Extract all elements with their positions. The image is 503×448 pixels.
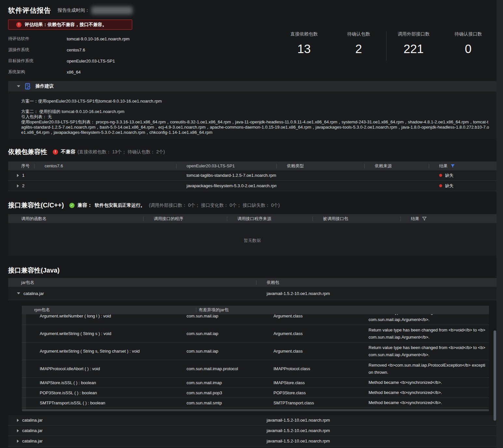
filter-icon[interactable]	[451, 164, 455, 168]
info-value: openEuler20.03-LTS-SP1	[67, 59, 115, 63]
jar-row[interactable]: catalina.jar geronimo-ejb-1.0-1.oe1.noar…	[8, 446, 496, 448]
diff-row: POP3Store.isSSL ( ) : boolean com.sun.ma…	[22, 388, 489, 398]
info-row: 系统架构 x86_64	[8, 66, 496, 77]
column-header-result: 结果	[429, 163, 496, 169]
summary-stats: 直接依赖包数 13 待确认包数 2 调用外部接口数 221 待确认接口数 0	[277, 31, 496, 61]
info-value: centos7.6	[67, 48, 85, 52]
column-header: rpm包名	[22, 307, 196, 313]
jar-name: catalina.jar	[23, 291, 44, 296]
info-label: 待评估软件	[8, 36, 67, 42]
stat-value: 2	[331, 42, 386, 56]
stat-pending-interface-count: 待确认接口数 0	[441, 31, 496, 61]
class-name: Argument.class	[272, 314, 366, 318]
expand-caret-icon[interactable]	[17, 184, 19, 188]
package-name: com.sun.mail.iap	[185, 314, 272, 318]
cpp-status-note: (调用外部接口数： 0个； 接口变化数： 0个； 接口缺失数： 0个)	[149, 203, 280, 208]
jar-row[interactable]: catalina.jar javamail-1.5.2-10.oe1.noarc…	[8, 426, 496, 436]
software-assessment-report-page: 软件评估报告 报告生成时间： ! 评估结果：依赖包不兼容，接口不兼容。 待评估软…	[0, 0, 503, 448]
column-header: centos7.6	[34, 163, 176, 168]
cpp-status: 兼容：	[77, 202, 92, 208]
openeuler-package: tomcat-taglibs-standard-1.2.5-7.oe1.noar…	[176, 173, 276, 178]
advice-plan-2: 方案二： 使用扫描的 tomcat-9.0.10-16.oe1.noarch.r…	[21, 109, 490, 114]
stat-direct-dependency-count: 直接依赖包数 13	[277, 31, 331, 61]
function-signature: IMAPProtocol.idleAbort ( ) : void	[22, 366, 185, 371]
row-index: 1	[22, 173, 24, 178]
result-cell: 缺失	[429, 183, 496, 189]
fixed-column-shadow	[22, 314, 26, 409]
diff-row: IMAPProtocol.idleAbort ( ) : void com.su…	[22, 360, 489, 378]
filter-icon[interactable]	[422, 217, 426, 221]
diff-row: Argument.writeString ( String s, String …	[22, 343, 489, 360]
jar-diff-scroll-area[interactable]: Argument.writeNumber ( long l ) : void c…	[22, 314, 489, 409]
advice-import-list: 引入包列表： 无	[21, 114, 490, 119]
assessment-result-text: 评估结果：依赖包不兼容，接口不兼容。	[25, 22, 107, 28]
diff-row: Argument.writeNumber ( long l ) : void c…	[22, 314, 489, 325]
result-text: 缺失	[445, 173, 454, 178]
jar-diff-header: rpm包名 有差异项的jar包	[22, 306, 489, 314]
package-name: com.sun.mail.imap.protocol	[185, 366, 272, 371]
change-description: Removed <b>com.sun.mail.iap.ProtocolExce…	[366, 362, 489, 376]
dependency-row[interactable]: 2 javapackages-filesystem-5.3.0-2.oe1.no…	[8, 181, 496, 191]
expand-caret-icon[interactable]	[17, 174, 19, 177]
column-header: 依赖类型	[276, 163, 364, 169]
rpm-package: javamail-1.5.2-10.oe1.noarch.rpm	[256, 439, 496, 443]
assessment-result-alert: ! 评估结果：依赖包不兼容，接口不兼容。	[8, 20, 132, 30]
jar-name: catalina.jar	[22, 428, 43, 433]
column-header: 调用接口程序来源	[227, 216, 313, 222]
java-table-header: jar包名 依赖包	[8, 278, 496, 287]
advice-panel-header[interactable]: 操作建议	[8, 81, 496, 91]
advice-document-icon	[25, 83, 31, 90]
jar-row[interactable]: catalina.jar javamail-1.5.2-10.oe1.noarc…	[8, 415, 496, 426]
dependency-table-header: 序号 centos7.6 openEuler20.03-LTS-SP1 依赖类型…	[8, 161, 496, 170]
missing-status-dot	[439, 184, 442, 187]
stat-label: 待确认接口数	[441, 31, 496, 37]
package-name: com.sun.mail.smtp	[185, 400, 272, 405]
jar-name: catalina.jar	[22, 439, 43, 443]
cpp-table-header: 调用的函数名 调用接口的程序 调用接口程序来源 被调用接口包 结果	[8, 214, 496, 223]
empty-table-placeholder: 暂无数据	[8, 223, 496, 256]
java-section-title: 接口兼容性(Java)	[8, 266, 60, 275]
collapse-caret-icon[interactable]	[17, 292, 20, 294]
expand-caret-icon[interactable]	[17, 419, 19, 422]
function-signature: POP3Store.isSSL ( ) : boolean	[22, 390, 185, 395]
change-description: Method became <b>synchronized</b>.	[366, 399, 489, 406]
cpp-section-header: 接口兼容性(C/C++) ✓ 兼容： 软件包安装后正常运行。 (调用外部接口数：…	[8, 201, 496, 210]
package-name: com.sun.mail.imap	[185, 380, 272, 385]
java-section-header: 接口兼容性(Java)	[8, 266, 496, 275]
info-label: 目标操作系统	[8, 58, 67, 64]
stat-value: 0	[441, 42, 496, 56]
advice-panel-title: 操作建议	[35, 83, 54, 89]
advice-package-list: 使用openEuler20.03-LTS-SP1包列表： procps-ng-3…	[21, 119, 490, 135]
column-header: jar包名	[8, 280, 256, 286]
page-title: 软件评估报告	[8, 6, 51, 15]
java-table: jar包名 依赖包 catalina.jar javamail-1.5.2-10…	[8, 278, 496, 448]
rpm-package: javamail-1.5.2-10.oe1.noarch.rpm	[256, 428, 496, 433]
info-label: 系统架构	[8, 69, 67, 75]
info-label: 源操作系统	[8, 47, 67, 53]
horizontal-scrollbar[interactable]	[22, 409, 489, 411]
result-text: 缺失	[445, 183, 454, 189]
function-signature: Argument.writeNumber ( long l ) : void	[22, 314, 185, 318]
jar-row[interactable]: catalina.jar javamail-1.5.2-10.oe1.noarc…	[8, 436, 496, 446]
function-signature: Argument.writeString ( String s, String …	[22, 349, 185, 354]
vertical-scrollbar-thumb[interactable]	[494, 330, 496, 421]
expand-caret-icon[interactable]	[17, 429, 19, 432]
jar-name: catalina.jar	[22, 418, 43, 423]
dependency-row[interactable]: 1 tomcat-taglibs-standard-1.2.5-7.oe1.no…	[8, 170, 496, 181]
function-signature: IMAPStore.isSSL ( ) : boolean	[22, 380, 185, 385]
dependency-status: 不兼容	[61, 149, 76, 155]
cpp-section-title: 接口兼容性(C/C++)	[8, 201, 64, 210]
jar-row-expanded[interactable]: catalina.jar javamail-1.5.2-10.oe1.noarc…	[8, 287, 496, 300]
package-name: com.sun.mail.pop3	[185, 390, 272, 395]
column-header: 依赖来源	[364, 163, 429, 169]
cpp-table: 调用的函数名 调用接口的程序 调用接口程序来源 被调用接口包 结果 暂无数据	[8, 214, 496, 256]
diff-row: SMTPTransport.isSSL ( ) : boolean com.su…	[22, 398, 489, 408]
generation-time-redacted	[91, 7, 133, 14]
column-header: 调用的函数名	[8, 216, 143, 222]
expand-caret-icon[interactable]	[17, 440, 19, 443]
class-name: IMAPStore.class	[272, 380, 366, 385]
function-signature: Argument.writeString ( String s ) : void	[22, 331, 185, 336]
jar-diff-panel: rpm包名 有差异项的jar包 Argument.writeNumber ( l…	[22, 306, 489, 411]
report-header: 软件评估报告 报告生成时间： ! 评估结果：依赖包不兼容，接口不兼容。 待评估软…	[0, 0, 496, 77]
collapse-caret-icon[interactable]	[17, 85, 20, 87]
